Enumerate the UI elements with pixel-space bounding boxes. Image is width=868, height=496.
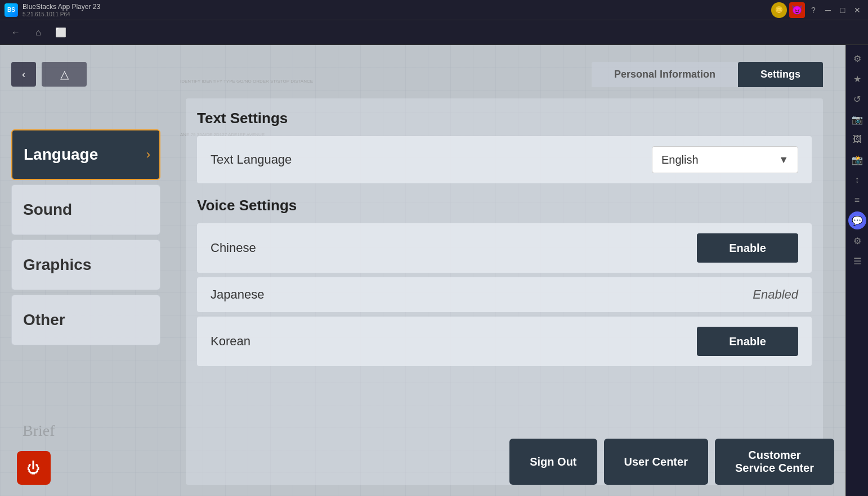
text-language-dropdown[interactable]: English ▼ bbox=[652, 146, 798, 173]
nav-arrow-icon: › bbox=[146, 147, 150, 162]
text-language-value: English bbox=[661, 154, 699, 166]
minimize-button[interactable]: ─ bbox=[822, 4, 834, 16]
rs-icon-6[interactable]: 📸 bbox=[848, 151, 866, 169]
chinese-enable-button[interactable]: Enable bbox=[697, 233, 798, 263]
rs-icon-3[interactable]: ↺ bbox=[848, 90, 866, 108]
dropdown-arrow-icon: ▼ bbox=[778, 154, 789, 166]
rs-menu-icon[interactable]: ☰ bbox=[848, 252, 866, 270]
tab-settings[interactable]: Settings bbox=[738, 62, 823, 87]
voice-settings-section: Voice Settings Chinese Enable Japanese E… bbox=[197, 197, 812, 366]
rs-icon-1[interactable]: ⚙ bbox=[848, 49, 866, 67]
close-button[interactable]: ✕ bbox=[851, 4, 863, 16]
other-label: Other bbox=[23, 311, 65, 329]
language-label: Language bbox=[24, 146, 98, 164]
japanese-enabled-status: Enabled bbox=[753, 287, 798, 302]
app-version: 5.21.615.1011 P64 bbox=[23, 11, 100, 17]
home-button[interactable]: ⌂ bbox=[29, 24, 47, 42]
user-center-button[interactable]: User Center bbox=[604, 439, 708, 485]
sidebar-item-other[interactable]: Other bbox=[11, 295, 160, 345]
rs-icon-7[interactable]: ↕ bbox=[848, 171, 866, 189]
sidebar-item-graphics[interactable]: Graphics bbox=[11, 240, 160, 290]
customer-service-button[interactable]: Customer Service Center bbox=[715, 439, 834, 485]
navbar: ← ⌂ ⬜ bbox=[0, 20, 868, 45]
user-avatar: 😈 bbox=[789, 2, 805, 18]
korean-enable-button[interactable]: Enable bbox=[697, 327, 798, 356]
rs-settings-icon[interactable]: ⚙ bbox=[848, 232, 866, 250]
tab-personal-info[interactable]: Personal Information bbox=[592, 62, 738, 87]
app-name: BlueStacks App Player 23 bbox=[23, 3, 100, 11]
sound-label: Sound bbox=[23, 201, 72, 219]
sidebar-item-language[interactable]: Language › bbox=[11, 129, 160, 180]
japanese-label: Japanese bbox=[211, 287, 264, 302]
settings-panel: Language › Sound Graphics Other Personal… bbox=[11, 62, 834, 485]
rs-icon-8[interactable]: ≡ bbox=[848, 191, 866, 209]
japanese-voice-row: Japanese Enabled bbox=[197, 277, 812, 312]
game-area: IDENTIFY IDENTIFY TYPE GO/NO ORDER ST/ST… bbox=[0, 45, 868, 496]
restore-button[interactable]: □ bbox=[836, 4, 849, 16]
discord-icon[interactable]: 💬 bbox=[848, 211, 866, 229]
text-language-row: Text Language English ▼ bbox=[197, 136, 812, 183]
chinese-voice-row: Chinese Enable bbox=[197, 223, 812, 273]
tabs-button[interactable]: ⬜ bbox=[52, 24, 70, 42]
sign-out-button[interactable]: Sign Out bbox=[509, 439, 597, 485]
app-logo: BS bbox=[5, 3, 18, 17]
text-settings-title: Text Settings bbox=[197, 110, 812, 127]
power-icon: ⏻ bbox=[27, 460, 41, 476]
rs-icon-4[interactable]: 📷 bbox=[848, 110, 866, 128]
header-tabs: Personal Information Settings bbox=[186, 62, 823, 87]
korean-voice-row: Korean Enable bbox=[197, 317, 812, 366]
graphics-label: Graphics bbox=[23, 256, 91, 274]
signature-decoration: Brief bbox=[23, 422, 55, 440]
main-container: IDENTIFY IDENTIFY TYPE GO/NO ORDER ST/ST… bbox=[0, 45, 868, 496]
titlebar: BS BlueStacks App Player 23 5.21.615.101… bbox=[0, 0, 868, 20]
chinese-label: Chinese bbox=[211, 241, 256, 255]
right-sidebar: ⚙ ★ ↺ 📷 🖼 📸 ↕ ≡ 💬 ⚙ ☰ bbox=[845, 45, 868, 496]
korean-label: Korean bbox=[211, 334, 250, 349]
titlebar-controls: 🪙 😈 ? ─ □ ✕ bbox=[771, 2, 863, 18]
text-language-label: Text Language bbox=[211, 152, 292, 167]
help-button[interactable]: ? bbox=[807, 4, 820, 16]
back-button[interactable]: ← bbox=[7, 24, 25, 42]
power-button[interactable]: ⏻ bbox=[17, 451, 51, 485]
content-area: Personal Information Settings Text Setti… bbox=[175, 62, 834, 485]
sidebar-item-sound[interactable]: Sound bbox=[11, 184, 160, 235]
bottom-action-buttons: Sign Out User Center Customer Service Ce… bbox=[509, 439, 834, 485]
coin-icon: 🪙 bbox=[771, 2, 787, 18]
rs-icon-5[interactable]: 🖼 bbox=[848, 130, 866, 148]
voice-settings-title: Voice Settings bbox=[197, 197, 812, 214]
rs-icon-2[interactable]: ★ bbox=[848, 70, 866, 88]
settings-content: Text Settings Text Language English ▼ Vo… bbox=[186, 98, 823, 485]
